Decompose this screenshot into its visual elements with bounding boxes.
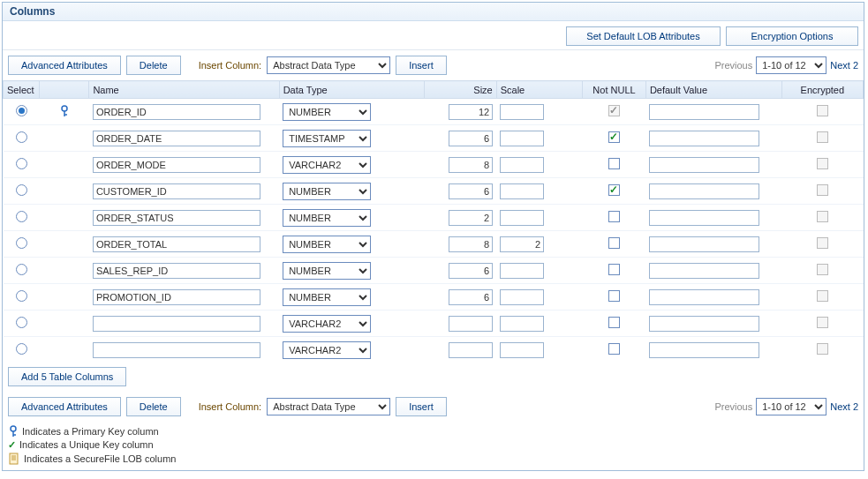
svg-point-0 [62, 106, 67, 111]
table-row: TIMESTAMP [4, 125, 864, 152]
pager-range-select-bottom[interactable]: 1-10 of 12 [756, 398, 826, 415]
default-value-input[interactable] [649, 342, 759, 358]
datatype-select[interactable]: NUMBER [283, 288, 371, 306]
size-input[interactable] [449, 316, 493, 332]
insert-button-bottom[interactable]: Insert [396, 397, 447, 416]
toolbar-bottom: Advanced Attributes Delete Insert Column… [3, 392, 864, 422]
row-select-radio[interactable] [16, 317, 27, 328]
column-name-input[interactable] [93, 210, 260, 226]
set-default-lob-button[interactable]: Set Default LOB Attributes [566, 26, 721, 46]
size-input[interactable] [449, 236, 493, 252]
table-row: VARCHAR2 [4, 311, 864, 337]
insert-button[interactable]: Insert [396, 56, 447, 75]
default-value-input[interactable] [649, 131, 759, 146]
column-name-input[interactable] [93, 289, 260, 305]
notnull-checkbox[interactable] [608, 317, 620, 328]
insert-column-type-select[interactable]: Abstract Data Type [267, 56, 390, 74]
notnull-checkbox[interactable] [608, 237, 620, 249]
column-name-input[interactable] [93, 263, 260, 279]
previous-link-bottom[interactable]: Previous [714, 401, 752, 412]
insert-column-label-bottom: Insert Column: [199, 401, 262, 412]
row-select-radio[interactable] [16, 211, 27, 222]
column-name-input[interactable] [93, 236, 260, 252]
svg-rect-6 [10, 453, 18, 464]
scale-input[interactable] [500, 210, 544, 226]
advanced-attributes-button[interactable]: Advanced Attributes [8, 56, 121, 75]
size-input[interactable] [449, 104, 493, 120]
column-name-input[interactable] [93, 342, 260, 358]
th-key [40, 81, 89, 99]
notnull-checkbox[interactable] [608, 264, 620, 275]
default-value-input[interactable] [649, 236, 759, 252]
datatype-select[interactable]: NUMBER [283, 103, 371, 121]
pager-range-select-top[interactable]: 1-10 of 12 [756, 56, 826, 74]
scale-input[interactable] [500, 157, 544, 173]
th-datatype: Data Type [279, 81, 424, 99]
scale-input[interactable] [500, 289, 544, 305]
column-name-input[interactable] [93, 183, 260, 199]
scale-input[interactable] [500, 342, 544, 358]
delete-button[interactable]: Delete [126, 56, 181, 75]
size-input[interactable] [449, 131, 493, 146]
check-icon: ✓ [8, 439, 16, 451]
row-select-radio[interactable] [16, 290, 27, 302]
datatype-select[interactable]: NUMBER [283, 262, 371, 280]
scale-input[interactable] [500, 263, 544, 279]
notnull-checkbox[interactable] [608, 343, 620, 355]
size-input[interactable] [449, 342, 493, 358]
scale-input[interactable] [500, 131, 544, 146]
notnull-checkbox[interactable] [608, 211, 620, 222]
notnull-checkbox[interactable] [608, 184, 620, 196]
legend-securefile-text: Indicates a SecureFile LOB column [24, 453, 176, 464]
default-value-input[interactable] [649, 183, 759, 199]
next-link-bottom[interactable]: Next 2 [830, 401, 858, 412]
default-value-input[interactable] [649, 210, 759, 226]
row-select-radio[interactable] [16, 131, 27, 143]
next-link-top[interactable]: Next 2 [830, 60, 858, 71]
size-input[interactable] [449, 157, 493, 173]
table-row: NUMBER [4, 178, 864, 205]
datatype-select[interactable]: NUMBER [283, 209, 371, 227]
datatype-select[interactable]: VARCHAR2 [283, 156, 371, 174]
datatype-select[interactable]: VARCHAR2 [283, 315, 371, 333]
table-row: NUMBER [4, 205, 864, 231]
default-value-input[interactable] [649, 316, 759, 332]
datatype-select[interactable]: VARCHAR2 [283, 341, 371, 359]
default-value-input[interactable] [649, 157, 759, 173]
row-select-radio[interactable] [16, 237, 27, 249]
scale-input[interactable] [500, 183, 544, 199]
default-value-input[interactable] [649, 289, 759, 305]
previous-link-top[interactable]: Previous [714, 60, 752, 71]
column-name-input[interactable] [93, 157, 260, 173]
datatype-select[interactable]: NUMBER [283, 236, 371, 253]
encryption-options-button[interactable]: Encryption Options [726, 26, 858, 46]
size-input[interactable] [449, 289, 493, 305]
size-input[interactable] [449, 183, 493, 199]
scale-input[interactable] [500, 236, 544, 252]
default-value-input[interactable] [649, 263, 759, 279]
insert-column-type-select-bottom[interactable]: Abstract Data Type [267, 398, 390, 415]
row-select-radio[interactable] [16, 343, 27, 355]
table-row: NUMBER [4, 258, 864, 284]
size-input[interactable] [449, 263, 493, 279]
notnull-checkbox[interactable] [608, 290, 620, 302]
notnull-checkbox[interactable] [608, 131, 620, 143]
row-select-radio[interactable] [16, 158, 27, 169]
scale-input[interactable] [500, 104, 544, 120]
row-select-radio[interactable] [16, 105, 27, 116]
add-5-columns-button[interactable]: Add 5 Table Columns [8, 367, 126, 386]
column-name-input[interactable] [93, 131, 260, 146]
size-input[interactable] [449, 210, 493, 226]
scale-input[interactable] [500, 316, 544, 332]
row-select-radio[interactable] [16, 264, 27, 275]
column-name-input[interactable] [93, 316, 260, 332]
column-name-input[interactable] [93, 104, 260, 120]
encrypted-checkbox [817, 211, 828, 222]
default-value-input[interactable] [649, 104, 759, 120]
notnull-checkbox[interactable] [608, 158, 620, 169]
advanced-attributes-button-bottom[interactable]: Advanced Attributes [8, 397, 121, 416]
delete-button-bottom[interactable]: Delete [126, 397, 181, 416]
row-select-radio[interactable] [16, 184, 27, 196]
datatype-select[interactable]: TIMESTAMP [283, 130, 371, 147]
datatype-select[interactable]: NUMBER [283, 183, 371, 200]
